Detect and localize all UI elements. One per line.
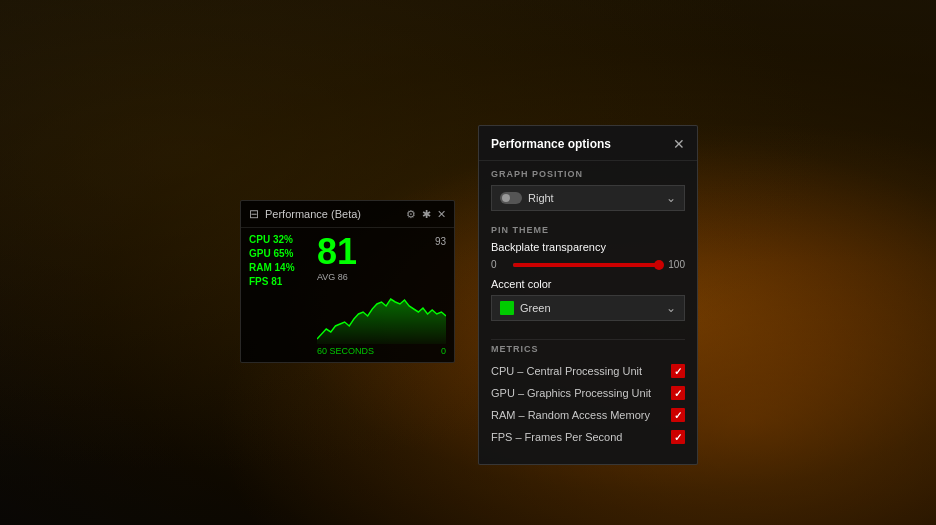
monitor-icon: ⊟: [249, 207, 259, 221]
settings-icon[interactable]: ⚙: [406, 208, 416, 221]
accent-color-label: Accent color: [491, 278, 685, 290]
backplate-transparency-label: Backplate transparency: [491, 241, 685, 253]
transparency-slider-row: 0 100: [491, 259, 685, 270]
accent-dropdown-arrow-icon: ⌄: [666, 301, 676, 315]
ram-metric-label: RAM – Random Access Memory: [491, 409, 650, 421]
graph-time-label: 60 SECONDS: [317, 346, 374, 356]
graph-svg: [317, 284, 446, 344]
performance-widget: ⊟ Performance (Beta) ⚙ ✱ ✕ CPU 32% GPU 6…: [240, 200, 455, 363]
cpu-metric-row[interactable]: CPU – Central Processing Unit: [491, 360, 685, 382]
pin-theme-section: PIN THEME Backplate transparency 0 100 A…: [479, 219, 697, 327]
fps-metric: FPS 81: [249, 276, 309, 287]
widget-title: Performance (Beta): [265, 208, 361, 220]
options-header: Performance options ✕: [479, 126, 697, 161]
performance-options-panel: Performance options ✕ GRAPH POSITION Rig…: [478, 125, 698, 465]
cpu-metric-label: CPU – Central Processing Unit: [491, 365, 642, 377]
range-max-label: 100: [668, 259, 685, 270]
fps-avg: AVG 86: [317, 272, 446, 282]
graph-footer: 60 SECONDS 0: [317, 344, 446, 358]
graph-right-val: 0: [441, 346, 446, 356]
pin-icon[interactable]: ✱: [422, 208, 431, 221]
fps-checkbox[interactable]: [671, 430, 685, 444]
transparency-slider-track[interactable]: [513, 263, 662, 267]
slider-fill: [513, 263, 662, 267]
accent-color-swatch: [500, 301, 514, 315]
widget-title-area: ⊟ Performance (Beta): [249, 207, 361, 221]
ram-checkbox[interactable]: [671, 408, 685, 422]
accent-color-value: Green: [520, 302, 551, 314]
pin-theme-section-label: PIN THEME: [491, 225, 685, 235]
fps-value: 81: [317, 234, 357, 270]
options-title: Performance options: [491, 137, 611, 151]
background-overlay: [0, 0, 936, 525]
graph-position-value: Right: [528, 192, 554, 204]
dropdown-left: Right: [500, 192, 554, 204]
fps-metric-row[interactable]: FPS – Frames Per Second: [491, 426, 685, 448]
graph-position-dropdown[interactable]: Right ⌄: [491, 185, 685, 211]
graph-position-section: GRAPH POSITION Right ⌄: [479, 161, 697, 219]
cpu-metric: CPU 32%: [249, 234, 309, 245]
accent-dropdown-left: Green: [500, 301, 551, 315]
fps-readout: 81 93: [317, 234, 446, 270]
graph-position-label: GRAPH POSITION: [491, 169, 685, 179]
metrics-list: CPU 32% GPU 65% RAM 14% FPS 81: [249, 234, 309, 358]
gpu-metric: GPU 65%: [249, 248, 309, 259]
fps-max: 93: [435, 236, 446, 247]
ram-metric: RAM 14%: [249, 262, 309, 273]
ram-metric-row[interactable]: RAM – Random Access Memory: [491, 404, 685, 426]
fps-display-area: 81 93 AVG 86: [317, 234, 446, 358]
widget-controls: ⚙ ✱ ✕: [406, 208, 446, 221]
options-close-icon[interactable]: ✕: [673, 136, 685, 152]
graph-position-arrow-icon: ⌄: [666, 191, 676, 205]
gpu-checkbox[interactable]: [671, 386, 685, 400]
gpu-metric-label: GPU – Graphics Processing Unit: [491, 387, 651, 399]
accent-color-dropdown[interactable]: Green ⌄: [491, 295, 685, 321]
graph-position-toggle[interactable]: [500, 192, 522, 204]
metrics-divider: [491, 339, 685, 340]
performance-graph: [317, 284, 446, 344]
metrics-section-label: METRICS: [491, 344, 685, 354]
close-widget-icon[interactable]: ✕: [437, 208, 446, 221]
metrics-section: METRICS CPU – Central Processing Unit GP…: [479, 327, 697, 452]
fps-metric-label: FPS – Frames Per Second: [491, 431, 622, 443]
range-min-label: 0: [491, 259, 507, 270]
cpu-checkbox[interactable]: [671, 364, 685, 378]
slider-thumb: [654, 260, 664, 270]
gpu-metric-row[interactable]: GPU – Graphics Processing Unit: [491, 382, 685, 404]
widget-body: CPU 32% GPU 65% RAM 14% FPS 81 81 93 AVG…: [241, 228, 454, 362]
widget-header: ⊟ Performance (Beta) ⚙ ✱ ✕: [241, 201, 454, 228]
